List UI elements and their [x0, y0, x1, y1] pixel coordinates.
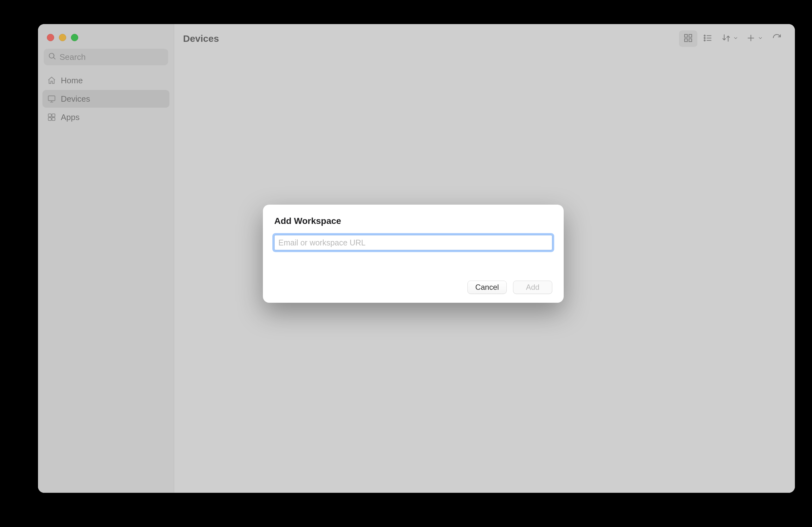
svg-rect-8 — [689, 39, 692, 42]
view-grid-button[interactable] — [679, 30, 697, 47]
chevron-down-icon — [733, 35, 739, 42]
svg-point-9 — [704, 35, 705, 36]
search-input[interactable] — [60, 52, 164, 62]
svg-rect-4 — [52, 117, 55, 120]
sort-icon — [722, 33, 731, 44]
toolbar: Devices — [174, 24, 795, 53]
cancel-button[interactable]: Cancel — [467, 281, 507, 294]
add-confirm-button[interactable]: Add — [513, 281, 552, 294]
app-window: Home Devices Apps Devices — [38, 24, 795, 493]
svg-rect-5 — [685, 34, 687, 38]
sidebar-item-label: Devices — [61, 94, 90, 104]
refresh-button[interactable] — [768, 30, 786, 47]
svg-rect-1 — [48, 114, 51, 117]
chevron-down-icon — [757, 35, 763, 42]
svg-rect-0 — [48, 96, 55, 101]
sort-button[interactable] — [718, 30, 742, 47]
toolbar-actions — [679, 30, 786, 47]
add-workspace-dialog: Add Workspace Cancel Add — [263, 205, 564, 303]
window-minimize-button[interactable] — [59, 34, 66, 41]
dialog-actions: Cancel Add — [274, 281, 552, 294]
svg-point-11 — [704, 38, 705, 39]
dialog-title: Add Workspace — [274, 216, 552, 226]
search-container — [38, 43, 174, 69]
search-icon — [48, 52, 60, 62]
sidebar-item-devices[interactable]: Devices — [42, 90, 170, 108]
list-icon — [703, 33, 713, 44]
workspace-url-input[interactable] — [274, 235, 552, 250]
svg-rect-6 — [689, 34, 692, 38]
page-title: Devices — [183, 33, 219, 44]
svg-rect-2 — [52, 114, 55, 117]
refresh-icon — [772, 33, 782, 44]
search-field[interactable] — [44, 49, 168, 65]
sidebar-item-home[interactable]: Home — [42, 72, 170, 89]
svg-rect-7 — [685, 39, 687, 42]
apps-icon — [47, 113, 56, 122]
home-icon — [47, 76, 56, 85]
grid-icon — [683, 33, 693, 44]
plus-icon — [746, 33, 756, 44]
sidebar-item-apps[interactable]: Apps — [42, 108, 170, 126]
view-list-button[interactable] — [699, 30, 717, 47]
window-controls — [38, 24, 174, 43]
sidebar: Home Devices Apps — [38, 24, 174, 493]
sidebar-item-label: Home — [61, 76, 83, 86]
sidebar-item-label: Apps — [61, 113, 79, 122]
svg-rect-3 — [48, 117, 51, 120]
window-close-button[interactable] — [47, 34, 54, 41]
display-icon — [47, 94, 56, 104]
add-button[interactable] — [743, 30, 766, 47]
svg-point-13 — [704, 40, 705, 41]
window-zoom-button[interactable] — [71, 34, 78, 41]
sidebar-nav: Home Devices Apps — [38, 69, 174, 129]
